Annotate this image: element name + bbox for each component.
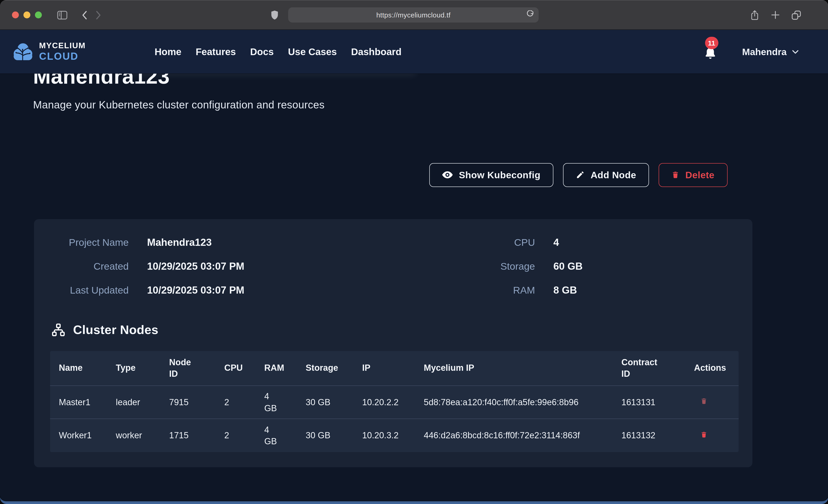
cell-node-id: 1715 (169, 419, 224, 452)
cell-node-id: 7915 (169, 386, 224, 419)
cluster-nodes-header: Cluster Nodes (51, 323, 752, 337)
cell-mycelium-ip: 446:d2a6:8bcd:8c16:ff0f:72e2:3114:863f (424, 419, 621, 452)
cell-mycelium-ip: 5d8:78ea:a120:f40c:ff0f:a5fe:99e6:8b96 (424, 386, 621, 419)
cell-name: Worker1 (50, 419, 116, 452)
show-kubeconfig-button[interactable]: Show Kubeconfig (429, 163, 553, 187)
sidebar-toggle-button[interactable] (56, 10, 68, 20)
ram-value: 8 GB (553, 284, 743, 297)
new-tab-icon (771, 10, 780, 19)
privacy-report-button[interactable] (270, 9, 279, 20)
col-node-id: Node ID (169, 351, 224, 386)
eye-icon (442, 171, 453, 179)
reload-button[interactable] (526, 10, 534, 20)
cell-contract-id: 1613131 (621, 386, 694, 419)
cluster-overview: Project Name Mahendra123 CPU 4 Created 1… (34, 219, 752, 297)
navbar-right: 11 Mahendra (703, 43, 798, 60)
back-icon (80, 9, 88, 20)
delete-node-button[interactable] (694, 430, 707, 440)
delete-cluster-button[interactable]: Delete (659, 163, 727, 187)
share-button[interactable] (749, 9, 759, 21)
trash-icon (671, 171, 679, 179)
cpu-label: CPU (411, 236, 535, 249)
delete-label: Delete (685, 170, 714, 180)
toolbar-right-actions (749, 9, 801, 21)
col-mycelium-ip: Mycelium IP (424, 351, 621, 386)
nav-link-dashboard[interactable]: Dashboard (351, 46, 402, 57)
cell-contract-id: 1613132 (621, 419, 694, 452)
nav-link-home[interactable]: Home (155, 46, 181, 57)
col-contract-id: Contract ID (621, 351, 694, 386)
minimize-window-button[interactable] (24, 11, 30, 18)
screenshot-root: https://myceliumcloud.tf (0, 0, 828, 504)
main-content: Mahendra123 Manage your Kubernetes clust… (0, 64, 828, 467)
show-kubeconfig-label: Show Kubeconfig (459, 170, 540, 180)
close-window-button[interactable] (12, 11, 19, 18)
last-updated-value: 10/29/2025 03:07 PM (147, 284, 392, 297)
tab-overview-icon (791, 10, 801, 20)
forward-button[interactable] (95, 9, 103, 20)
created-value: 10/29/2025 03:07 PM (147, 260, 392, 274)
cell-cpu: 2 (224, 386, 264, 419)
add-node-button[interactable]: Add Node (563, 163, 649, 187)
logo-line2: CLOUD (39, 51, 86, 61)
col-name: Name (50, 351, 116, 386)
pencil-icon (576, 171, 585, 179)
table-row-master1: Master1 leader 7915 2 4 GB 30 GB 10.20.2… (50, 386, 739, 419)
traffic-lights (12, 11, 42, 18)
cell-storage: 30 GB (306, 419, 362, 452)
table-header-row: Name Type Node ID CPU RAM Storage IP Myc… (50, 351, 739, 386)
logo-line1: MYCELIUM (39, 42, 86, 50)
add-node-label: Add Node (591, 170, 636, 180)
cluster-details-panel: Project Name Mahendra123 CPU 4 Created 1… (34, 219, 752, 467)
table-row-worker1: Worker1 worker 1715 2 4 GB 30 GB 10.20.3… (50, 419, 739, 452)
delete-node-button[interactable] (694, 397, 707, 407)
notifications-button[interactable]: 11 (703, 43, 717, 60)
ram-label: RAM (411, 284, 535, 297)
cluster-network-icon (51, 323, 65, 337)
cell-ram: 4 GB (264, 419, 306, 452)
forward-icon (95, 9, 103, 20)
col-cpu: CPU (224, 351, 264, 386)
col-type: Type (116, 351, 169, 386)
notification-badge: 11 (705, 37, 718, 49)
col-actions: Actions (694, 351, 739, 386)
browser-toolbar: https://myceliumcloud.tf (0, 0, 828, 30)
nav-link-docs[interactable]: Docs (250, 46, 274, 57)
cell-name: Master1 (50, 386, 116, 419)
tab-overview-button[interactable] (791, 10, 801, 20)
fullscreen-window-button[interactable] (35, 11, 42, 18)
chevron-down-icon (792, 49, 798, 54)
new-tab-button[interactable] (771, 10, 780, 19)
page-subtitle: Manage your Kubernetes cluster configura… (33, 99, 828, 111)
cell-type: leader (116, 386, 169, 419)
privacy-shield-icon (270, 9, 279, 20)
cell-ip: 10.20.3.2 (362, 419, 424, 452)
cell-actions (694, 386, 739, 419)
address-bar[interactable]: https://myceliumcloud.tf (288, 7, 539, 23)
cloud-logo-icon (12, 42, 34, 61)
cell-type: worker (116, 419, 169, 452)
project-name-label: Project Name (43, 236, 129, 249)
nav-link-features[interactable]: Features (196, 46, 236, 57)
col-ram: RAM (264, 351, 306, 386)
address-bar-url: https://myceliumcloud.tf (288, 11, 539, 19)
site-navbar: MYCELIUM CLOUD Home Features Docs Use Ca… (0, 30, 828, 74)
sidebar-toggle-icon (56, 10, 68, 20)
nav-link-use-cases[interactable]: Use Cases (288, 46, 337, 57)
user-menu[interactable]: Mahendra (742, 46, 798, 57)
cluster-actions: Show Kubeconfig Add Node Delete (0, 163, 828, 187)
cluster-nodes-table: Name Type Node ID CPU RAM Storage IP Myc… (50, 351, 739, 452)
col-ip: IP (362, 351, 424, 386)
site-logo[interactable]: MYCELIUM CLOUD (12, 42, 86, 61)
cell-ram: 4 GB (264, 386, 306, 419)
last-updated-label: Last Updated (43, 284, 129, 297)
cell-ip: 10.20.2.2 (362, 386, 424, 419)
cell-storage: 30 GB (306, 386, 362, 419)
project-name-value: Mahendra123 (147, 236, 392, 249)
storage-value: 60 GB (553, 260, 743, 274)
back-button[interactable] (80, 9, 88, 20)
cluster-nodes-title: Cluster Nodes (73, 323, 158, 337)
cell-cpu: 2 (224, 419, 264, 452)
cpu-value: 4 (553, 236, 743, 249)
trash-icon (700, 430, 707, 438)
